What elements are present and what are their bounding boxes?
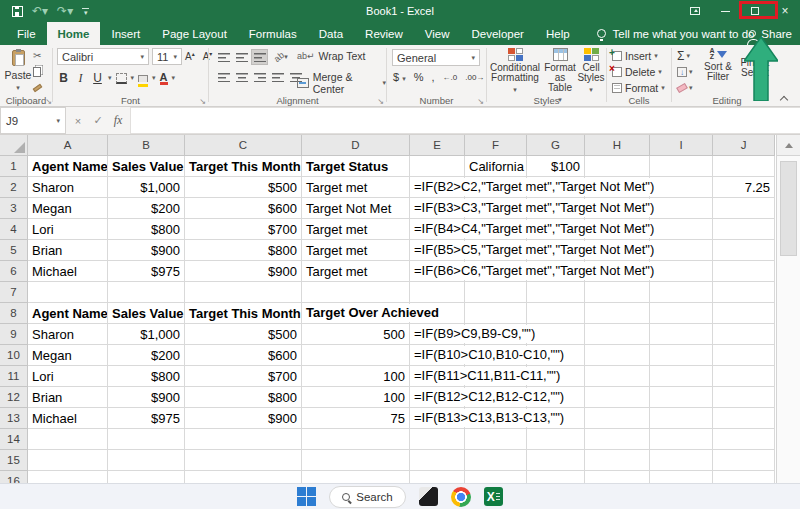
taskbar-search[interactable]: Search: [329, 486, 405, 508]
cell-B15[interactable]: [108, 450, 185, 471]
cell-J13[interactable]: [713, 408, 775, 429]
col-header-E[interactable]: E: [410, 135, 465, 156]
col-header-D[interactable]: D: [302, 135, 410, 156]
decrease-indent-button[interactable]: [269, 69, 286, 85]
cell-E12[interactable]: =IF(B12>C12,B12-C12,""): [410, 387, 465, 408]
cell-B16[interactable]: [108, 471, 185, 483]
cell-D7[interactable]: [302, 282, 410, 303]
increase-decimal-button[interactable]: ←.0: [443, 73, 458, 82]
cell-A6[interactable]: Michael: [28, 261, 108, 282]
bottom-align-button[interactable]: [251, 49, 268, 65]
redo-icon[interactable]: ↷▾: [57, 5, 73, 17]
tab-page-layout[interactable]: Page Layout: [151, 22, 238, 45]
cell-I5[interactable]: [650, 240, 713, 261]
cell-H12[interactable]: [585, 387, 650, 408]
ribbon-display-options-button[interactable]: [680, 0, 710, 22]
row-header-11[interactable]: 11: [0, 366, 28, 387]
name-box-dropdown-icon[interactable]: ▾: [56, 117, 60, 125]
cell-H1[interactable]: [585, 156, 650, 177]
cell-H7[interactable]: [585, 282, 650, 303]
cell-I11[interactable]: [650, 366, 713, 387]
start-button[interactable]: [297, 487, 316, 506]
cell-J12[interactable]: [713, 387, 775, 408]
cell-B6[interactable]: $975: [108, 261, 185, 282]
cell-I3[interactable]: [650, 198, 713, 219]
cell-C15[interactable]: [185, 450, 302, 471]
cell-J7[interactable]: [713, 282, 775, 303]
row-header-2[interactable]: 2: [0, 177, 28, 198]
cell-D2[interactable]: Target met: [302, 177, 410, 198]
cut-button[interactable]: ✂: [33, 49, 42, 62]
col-header-H[interactable]: H: [585, 135, 650, 156]
collapse-ribbon-icon[interactable]: [781, 95, 788, 102]
col-header-G[interactable]: G: [527, 135, 585, 156]
select-all-corner[interactable]: [0, 135, 28, 156]
font-family-select[interactable]: Calibri▾: [57, 48, 149, 65]
cell-D4[interactable]: Target met: [302, 219, 410, 240]
cell-A1[interactable]: Agent Name: [28, 156, 108, 177]
underline-button[interactable]: U: [91, 71, 104, 85]
cell-I2[interactable]: [650, 177, 713, 198]
cell-E16[interactable]: [410, 471, 465, 483]
tab-view[interactable]: View: [414, 22, 461, 45]
cell-I13[interactable]: [650, 408, 713, 429]
cell-I10[interactable]: [650, 345, 713, 366]
bold-button[interactable]: B: [57, 71, 70, 85]
align-center-button[interactable]: [233, 69, 250, 85]
cell-J10[interactable]: [713, 345, 775, 366]
conditional-formatting-button[interactable]: Conditional Formatting ▾: [489, 48, 541, 95]
cell-E4[interactable]: =IF(B4>C4,"Target met","Target Not Met"): [410, 219, 465, 240]
col-header-C[interactable]: C: [185, 135, 302, 156]
cell-I4[interactable]: [650, 219, 713, 240]
cell-D8[interactable]: Target Over Achieved: [302, 303, 410, 324]
cell-A5[interactable]: Brian: [28, 240, 108, 261]
cell-H13[interactable]: [585, 408, 650, 429]
row-header-5[interactable]: 5: [0, 240, 28, 261]
enter-check-icon[interactable]: ✓: [88, 114, 108, 127]
cell-H10[interactable]: [585, 345, 650, 366]
cell-E11[interactable]: =IF(B11>C11,B11-C11,""): [410, 366, 465, 387]
cell-I6[interactable]: [650, 261, 713, 282]
row-header-7[interactable]: 7: [0, 282, 28, 303]
borders-icon[interactable]: [116, 73, 127, 84]
clipboard-dialog-launcher-icon[interactable]: ↘: [45, 97, 52, 106]
cell-E6[interactable]: =IF(B6>C6,"Target met","Target Not Met"): [410, 261, 465, 282]
cell-H8[interactable]: [585, 303, 650, 324]
cell-D1[interactable]: Target Status: [302, 156, 410, 177]
cell-F1[interactable]: California: [465, 156, 527, 177]
cell-A13[interactable]: Michael: [28, 408, 108, 429]
row-header-1[interactable]: 1: [0, 156, 28, 177]
cell-H15[interactable]: [585, 450, 650, 471]
insert-cells-button[interactable]: Insert▾: [612, 49, 665, 62]
tab-file[interactable]: File: [6, 22, 47, 45]
row-header-10[interactable]: 10: [0, 345, 28, 366]
row-header-8[interactable]: 8: [0, 303, 28, 324]
cell-J2[interactable]: 7.25: [713, 177, 775, 198]
cell-D15[interactable]: [302, 450, 410, 471]
cell-B10[interactable]: $200: [108, 345, 185, 366]
cell-E5[interactable]: =IF(B5>C5,"Target met","Target Not Met"): [410, 240, 465, 261]
scrollbar-thumb[interactable]: [780, 161, 797, 256]
font-color-dropdown-icon[interactable]: ▾: [172, 74, 176, 82]
cell-A14[interactable]: [28, 429, 108, 450]
cell-C13[interactable]: $900: [185, 408, 302, 429]
align-right-button[interactable]: [251, 69, 268, 85]
cell-E9[interactable]: =IF(B9>C9,B9-C9,""): [410, 324, 465, 345]
cell-A15[interactable]: [28, 450, 108, 471]
cell-H16[interactable]: [585, 471, 650, 483]
cell-A4[interactable]: Lori: [28, 219, 108, 240]
fill-button[interactable]: ↓▾: [677, 65, 693, 78]
alignment-dialog-launcher-icon[interactable]: ↘: [377, 97, 384, 106]
cell-B4[interactable]: $800: [108, 219, 185, 240]
col-header-B[interactable]: B: [108, 135, 185, 156]
cell-J1[interactable]: [713, 156, 775, 177]
cell-C3[interactable]: $600: [185, 198, 302, 219]
tab-help[interactable]: Help: [535, 22, 581, 45]
cell-B3[interactable]: $200: [108, 198, 185, 219]
cell-J15[interactable]: [713, 450, 775, 471]
cell-B7[interactable]: [108, 282, 185, 303]
autosum-button[interactable]: Σ▾: [677, 49, 693, 62]
cell-C16[interactable]: [185, 471, 302, 483]
cell-F7[interactable]: [465, 282, 527, 303]
format-painter-button[interactable]: [33, 81, 42, 94]
